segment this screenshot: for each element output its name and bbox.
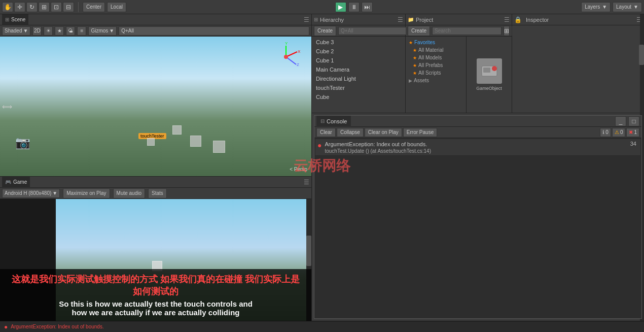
game-panel-menu[interactable]: ☰ (304, 179, 309, 186)
main-layout: ⊞ Scene ☰ Shaded ▼ 2D ☀ ★ 🌤 ≡ Gizmos ▼ (0, 14, 644, 321)
subtitle-chinese: 这就是我们实际测试触摸控制的方式 如果我们真的在碰撞 我们实际上是如何测试的 (10, 273, 301, 297)
project-assets-folder[interactable]: ▶ Assets (406, 77, 466, 84)
pause-btn[interactable]: ⏸ (348, 2, 360, 12)
console-tab-bar: _ □ ⊟ Console (314, 116, 641, 127)
project-create-btn[interactable]: Create (408, 26, 430, 36)
project-all-material[interactable]: ★ All Material (406, 46, 466, 54)
scale-tool-btn[interactable]: ⊞ (39, 2, 50, 12)
scene-gizmo: Y X Z (271, 42, 301, 72)
maximize-on-play-btn[interactable]: Maximize on Play (63, 188, 110, 198)
top-right-area: ⊞ Hierarchy ☰ Create Cube 3 Cube 2 Cube … (312, 14, 644, 113)
camera-icon: 📷 (15, 136, 30, 150)
subtitle-overlay: 这就是我们实际测试触摸控制的方式 如果我们真的在碰撞 我们实际上是如何测试的 S… (0, 269, 311, 321)
move-tool-btn[interactable]: ✛ (14, 2, 25, 12)
project-search[interactable] (432, 27, 502, 35)
console-info-count: ℹ 0 (600, 128, 611, 137)
console-info-icon: ℹ (602, 129, 604, 135)
lighting-btn[interactable]: ☀ (44, 26, 53, 36)
console-warn-icon: ⚠ (615, 129, 619, 135)
console-msg-detail-0: touchTest.Update () (at Assets/touchTest… (325, 148, 431, 154)
scene-view[interactable]: touchTester 📷 ⟺ Y (0, 37, 311, 176)
fx-btn[interactable]: ★ (55, 26, 64, 36)
hierarchy-item-cube2[interactable]: Cube 2 (312, 47, 405, 56)
center-btn[interactable]: Center (83, 2, 105, 12)
console-clear-btn[interactable]: Clear (316, 128, 336, 137)
project-menu-btn[interactable]: ☰ (504, 16, 510, 23)
hierarchy-toolbar: Create (312, 25, 405, 37)
project-favorites[interactable]: ★ Favorites (406, 39, 466, 46)
fog-btn[interactable]: ≡ (77, 26, 86, 36)
game-scrollbar-thumb[interactable] (306, 236, 311, 266)
step-btn[interactable]: ⏭ (362, 2, 373, 12)
game-panel: 🎮 Game ☰ Android H (800x480) ▼ Maximize … (0, 177, 311, 321)
hierarchy-create-btn[interactable]: Create (314, 26, 336, 36)
play-btn[interactable]: ▶ (335, 2, 346, 12)
hierarchy-search[interactable] (338, 27, 408, 35)
arrow-indicator: ⟺ (2, 103, 12, 111)
inspector-panel: 🔒 Inspector ☰ (512, 14, 644, 113)
top-toolbar: ✋ ✛ ↻ ⊞ ⊡ ⊟ Center Local ▶ ⏸ ⏭ Layers ▼ … (0, 0, 644, 14)
shading-dropdown[interactable]: Shaded ▼ (2, 26, 30, 36)
svg-text:Z: Z (297, 62, 299, 67)
custom-tool-btn[interactable]: ⊟ (63, 2, 74, 12)
gizmos-dropdown[interactable]: Gizmos ▼ (88, 26, 117, 36)
console-message-0[interactable]: ● ArgumentException: Index out of bounds… (315, 139, 640, 156)
2d-btn[interactable]: 2D (32, 26, 42, 36)
game-tab[interactable]: 🎮 Game (2, 177, 30, 188)
right-panels: ⊞ Hierarchy ☰ Create Cube 3 Cube 2 Cube … (312, 14, 644, 321)
left-panel: ⊞ Scene ☰ Shaded ▼ 2D ☀ ★ 🌤 ≡ Gizmos ▼ (0, 14, 312, 321)
console-tab[interactable]: ⊟ Console (316, 116, 351, 127)
mute-audio-btn[interactable]: Mute audio (113, 188, 145, 198)
project-all-models[interactable]: ★ All Models (406, 54, 466, 61)
sky-btn[interactable]: 🌤 (66, 26, 75, 36)
scene-search[interactable]: Q+All (119, 26, 309, 36)
project-content: ★ Favorites ★ All Material ★ All Models … (406, 37, 512, 113)
inspector-title: Inspector (526, 17, 549, 23)
project-header: 📁 Project ☰ (406, 14, 512, 25)
hierarchy-panel: ⊞ Hierarchy ☰ Create Cube 3 Cube 2 Cube … (312, 14, 406, 113)
console-warn-count: ⚠ 0 (612, 128, 626, 137)
inspector-lock-icon[interactable]: 🔒 (514, 16, 522, 23)
scene-tab[interactable]: ⊞ Scene (2, 14, 28, 25)
console-msg-count-0: 34 (628, 141, 638, 147)
cube-4 (172, 125, 182, 135)
subtitle-english-1: So this is how we actually test the touc… (10, 300, 301, 308)
scene-panel-menu[interactable]: ☰ (304, 16, 309, 23)
project-icon-btn1[interactable]: ⊞ (504, 26, 510, 36)
resolution-dropdown[interactable]: Android H (800x480) ▼ (2, 189, 60, 198)
transform-tools: ✋ ✛ ↻ ⊞ ⊡ ⊟ (2, 2, 74, 12)
rect-tool-btn[interactable]: ⊡ (51, 2, 62, 12)
cube-2 (190, 136, 201, 147)
console-toolbar: Clear Collapse Clear on Play Error Pause… (314, 127, 641, 138)
game-toolbar: Android H (800x480) ▼ Maximize on Play M… (0, 188, 311, 199)
hierarchy-item-touch-tester[interactable]: touchTester (312, 83, 405, 92)
svg-text:X: X (298, 49, 301, 54)
console-minimize-btn[interactable]: _ (615, 116, 626, 126)
hierarchy-item-cube[interactable]: Cube (312, 92, 405, 102)
local-btn[interactable]: Local (107, 2, 126, 12)
hierarchy-item-main-camera[interactable]: Main Camera (312, 65, 405, 74)
hand-tool-btn[interactable]: ✋ (2, 2, 13, 12)
hierarchy-item-cube3[interactable]: Cube 3 (312, 38, 405, 47)
console-error-icon: ✖ (629, 129, 633, 135)
console-clear-on-play-btn[interactable]: Clear on Play (365, 128, 402, 137)
rotate-tool-btn[interactable]: ↻ (26, 2, 38, 12)
console-collapse-btn[interactable]: Collapse (337, 128, 364, 137)
svg-rect-8 (483, 68, 490, 73)
asset-gameobject-label: GameObject (476, 86, 502, 91)
console-error-pause-btn[interactable]: Error Pause (403, 128, 437, 137)
project-all-scripts[interactable]: ★ All Scripts (406, 69, 466, 77)
project-panel: 📁 Project ☰ Create ⊞ ≡ ★ Favorites (406, 14, 512, 113)
hierarchy-item-directional-light[interactable]: Directional Light (312, 74, 405, 83)
svg-point-6 (284, 55, 288, 59)
console-window-controls: _ □ (615, 116, 639, 127)
stats-btn[interactable]: Stats (148, 188, 167, 198)
layers-dropdown[interactable]: Layers ▼ (581, 2, 611, 12)
hierarchy-item-cube1[interactable]: Cube 1 (312, 56, 405, 65)
project-toolbar: Create ⊞ ≡ (406, 25, 512, 37)
project-all-prefabs[interactable]: ★ All Prefabs (406, 61, 466, 69)
console-maximize-btn[interactable]: □ (628, 116, 639, 126)
layout-dropdown[interactable]: Layout ▼ (613, 2, 642, 12)
console-msg-text-0: ArgumentException: Index out of bounds. (325, 141, 431, 148)
hierarchy-menu-btn[interactable]: ☰ (398, 16, 403, 23)
